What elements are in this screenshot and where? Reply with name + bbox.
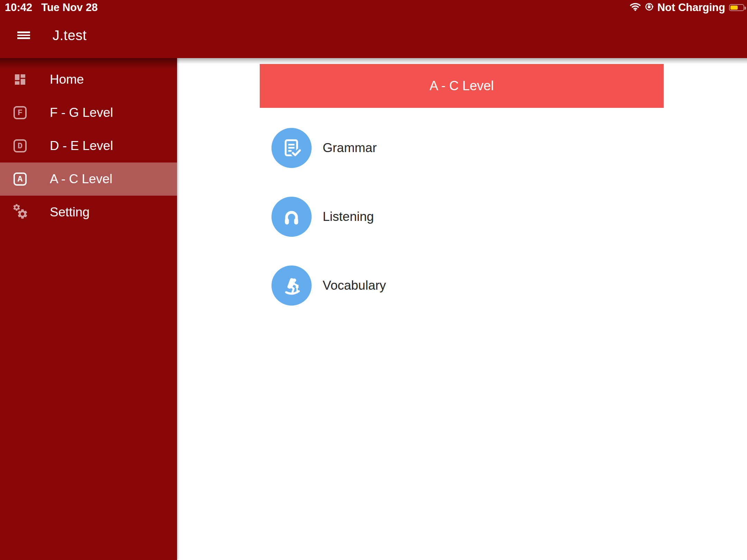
sidebar-item-ac-level[interactable]: A A - C Level	[0, 162, 177, 196]
sidebar-item-setting[interactable]: Setting	[0, 196, 177, 229]
page-title: J.test	[53, 28, 87, 43]
battery-status-text: Not Charging	[657, 1, 725, 14]
list-item-grammar[interactable]: Grammar	[271, 128, 377, 168]
sidebar-item-fg-level[interactable]: F F - G Level	[0, 96, 177, 129]
letter-d-icon: D	[12, 138, 28, 153]
status-date: Tue Nov 28	[41, 1, 98, 14]
main-content: A - C Level Grammar	[177, 58, 747, 560]
battery-icon	[729, 4, 744, 11]
level-banner: A - C Level	[260, 64, 664, 108]
list-item-label: Grammar	[323, 141, 377, 155]
list-item-label: Listening	[323, 209, 374, 224]
dashboard-icon	[12, 72, 28, 87]
sidebar-item-label: Home	[50, 72, 84, 87]
top-bar: 10:42 Tue Nov 28	[0, 0, 747, 58]
app-root: 10:42 Tue Nov 28	[0, 0, 747, 560]
hamburger-menu-icon[interactable]	[17, 31, 30, 39]
skier-icon	[271, 265, 312, 306]
headphones-icon	[271, 197, 312, 237]
rotation-lock-icon	[645, 1, 654, 14]
sidebar-item-label: F - G Level	[50, 105, 113, 120]
sidebar-item-label: Setting	[50, 205, 90, 220]
sidebar-item-de-level[interactable]: D D - E Level	[0, 129, 177, 162]
status-bar: 10:42 Tue Nov 28	[0, 0, 747, 15]
sidebar-item-label: D - E Level	[50, 139, 113, 153]
sidebar-item-label: A - C Level	[50, 172, 112, 186]
status-time: 10:42	[5, 1, 32, 14]
list-item-listening[interactable]: Listening	[271, 197, 374, 237]
sidebar-menu: Home F F - G Level D D - E Level A A - C…	[0, 58, 177, 229]
list-item-vocabulary[interactable]: Vocabulary	[271, 265, 386, 306]
letter-a-icon: A	[12, 171, 28, 187]
sidebar: Home F F - G Level D D - E Level A A - C…	[0, 58, 177, 560]
list-item-label: Vocabulary	[323, 278, 386, 293]
letter-f-icon: F	[12, 105, 28, 120]
sidebar-item-home[interactable]: Home	[0, 63, 177, 96]
status-right: Not Charging	[630, 0, 744, 15]
grammar-checklist-icon	[271, 128, 312, 168]
battery-nub	[745, 7, 746, 10]
nav-header: J.test	[0, 15, 747, 58]
status-left: 10:42 Tue Nov 28	[5, 0, 98, 15]
wifi-icon	[630, 1, 641, 14]
battery-fill	[730, 6, 738, 10]
gears-icon	[12, 205, 28, 220]
banner-title: A - C Level	[430, 78, 494, 93]
